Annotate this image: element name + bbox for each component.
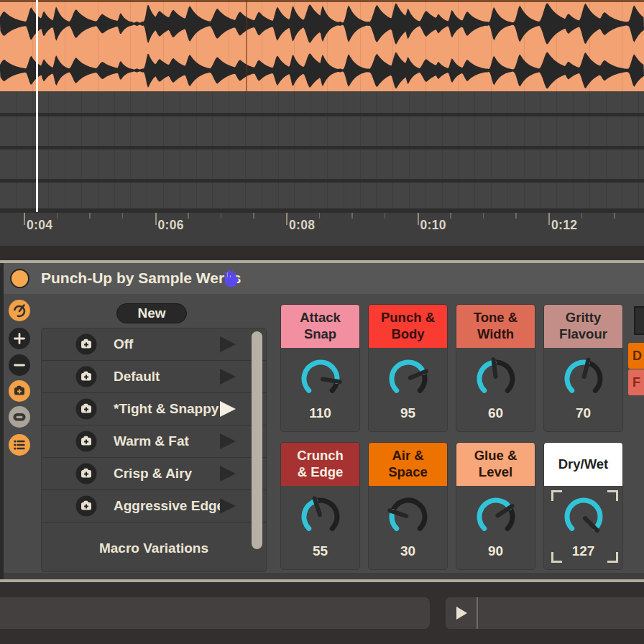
- macro-knob[interactable]: [383, 354, 433, 404]
- ruler-major-tick: [548, 213, 550, 225]
- macro-value[interactable]: 70: [544, 405, 622, 421]
- ruler-minor-tick: [614, 213, 615, 218]
- variation-list-panel: OffDefault*Tight & SnappyWarm & FatCrisp…: [41, 328, 267, 572]
- macro-knob[interactable]: [471, 354, 521, 404]
- ruler-major-tick: [418, 213, 419, 225]
- variation-name: Crisp & Airy: [114, 458, 192, 489]
- macro-cell-air-space: Air &Space30: [368, 442, 448, 570]
- variation-row-default[interactable]: Default: [42, 361, 266, 393]
- snapshot-camera-icon[interactable]: [75, 334, 97, 355]
- macro-knob[interactable]: [471, 492, 521, 542]
- snapshot-camera-icon[interactable]: [75, 431, 97, 452]
- new-variation-button[interactable]: New: [116, 303, 187, 323]
- add-macro-button[interactable]: [9, 328, 30, 349]
- lane-gridlines: [0, 91, 644, 213]
- macro-knob[interactable]: [383, 492, 433, 542]
- macro-knob[interactable]: [558, 354, 609, 404]
- transport-divider: [477, 597, 478, 629]
- macro-value[interactable]: 60: [456, 405, 535, 421]
- macro-knob[interactable]: [295, 492, 346, 542]
- track-lanes[interactable]: [0, 91, 644, 213]
- launch-triangle-button[interactable]: [218, 335, 238, 354]
- minus-icon: [9, 354, 30, 376]
- ruler-lower-strip: [0, 246, 644, 260]
- macro-cell-tone-width: Tone &Width60: [456, 304, 535, 432]
- ruler-minor-tick: [450, 213, 451, 218]
- macro-value[interactable]: 110: [281, 405, 359, 421]
- macro-value[interactable]: 90: [456, 543, 535, 559]
- variation-row--tight-snappy[interactable]: *Tight & Snappy: [42, 393, 266, 426]
- macro-variations-label: Macro Variations: [41, 540, 267, 556]
- macro-name-header[interactable]: Tone &Width: [456, 305, 535, 348]
- ruler-minor-tick: [221, 213, 222, 218]
- launch-triangle-button[interactable]: [218, 464, 238, 483]
- status-display-field[interactable]: [0, 597, 430, 629]
- macro-knob[interactable]: [295, 354, 346, 404]
- variation-row-aggressive-edge[interactable]: Aggressive Edge: [42, 490, 266, 523]
- macro-knob[interactable]: [558, 492, 609, 542]
- ruler-minor-tick: [581, 213, 583, 218]
- selection-bracket: [607, 552, 618, 563]
- macro-name-header[interactable]: GrittyFlavour: [544, 305, 622, 348]
- launch-triangle-button[interactable]: [218, 400, 238, 418]
- snapshot-camera-icon[interactable]: [75, 463, 97, 484]
- macro-value[interactable]: 95: [369, 405, 447, 421]
- remove-macro-button[interactable]: [9, 354, 30, 376]
- play-icon[interactable]: [456, 607, 467, 620]
- launch-triangle-button[interactable]: [218, 432, 238, 451]
- edge-chip-f[interactable]: F: [628, 369, 644, 395]
- variation-name: Aggressive Edge: [114, 490, 224, 522]
- playhead-line[interactable]: [36, 0, 38, 212]
- audio-clip-waveform[interactable]: [0, 0, 644, 91]
- snapshot-camera-icon[interactable]: [75, 398, 97, 420]
- macro-value[interactable]: 55: [281, 543, 359, 559]
- macro-name-header[interactable]: Glue &Level: [456, 443, 535, 486]
- ableton-live-screen: 0:040:060:080:100:12 Punch-Up by Sample …: [0, 0, 644, 644]
- launch-triangle-button[interactable]: [218, 367, 238, 386]
- macro-name-header[interactable]: Punch &Body: [369, 305, 447, 348]
- macro-name-header[interactable]: AttackSnap: [281, 305, 359, 348]
- edge-partial-box[interactable]: [634, 306, 644, 335]
- device-left-border[interactable]: [0, 263, 4, 579]
- snapshot-button[interactable]: [9, 380, 30, 402]
- clip-top-border: [0, 0, 644, 2]
- macro-cell-punch-body: Punch &Body95: [368, 304, 448, 432]
- lane-separator: [0, 179, 644, 183]
- lane-separator: [0, 113, 644, 116]
- macro-value[interactable]: 30: [369, 543, 447, 559]
- snapshot-camera-icon[interactable]: [75, 366, 97, 387]
- variation-row-off[interactable]: Off: [42, 328, 266, 361]
- launch-triangle-button[interactable]: [218, 497, 238, 515]
- ruler-minor-tick: [57, 213, 58, 218]
- variation-row-crisp-airy[interactable]: Crisp & Airy: [42, 458, 266, 490]
- macro-list-button[interactable]: [9, 434, 30, 456]
- clip-boundary-line: [246, 0, 247, 91]
- snapshot-camera-icon[interactable]: [75, 495, 97, 517]
- macro-variations-icon[interactable]: [9, 300, 30, 321]
- variation-name: Warm & Fat: [114, 426, 189, 457]
- stereo-waveform: [0, 0, 644, 91]
- ruler-major-tick: [155, 213, 157, 225]
- edge-chip-d[interactable]: D: [628, 343, 644, 369]
- variation-list-scrollbar[interactable]: [252, 331, 262, 549]
- time-ruler[interactable]: 0:040:060:080:100:12: [0, 213, 644, 246]
- grab-hand-icon: [220, 267, 242, 289]
- ruler-minor-tick: [483, 213, 484, 218]
- camera-icon: [9, 380, 30, 402]
- ruler-time-label: 0:06: [158, 218, 184, 233]
- macro-name-header[interactable]: Air &Space: [369, 443, 447, 486]
- macro-name-header[interactable]: Dry/Wet: [544, 443, 622, 486]
- macro-name-header[interactable]: Crunch& Edge: [281, 443, 359, 486]
- list-icon: [9, 434, 30, 456]
- device-title-bar[interactable]: Punch-Up by Sample Werks Rand M: [0, 263, 644, 294]
- variation-knob-icon: [9, 300, 30, 321]
- status-bar: [0, 582, 644, 644]
- device-title: Punch-Up by Sample Werks: [41, 268, 242, 288]
- collapse-oval-icon: [9, 406, 30, 428]
- device-activator-toggle[interactable]: [10, 269, 29, 288]
- macro-cell-crunch-edge: Crunch& Edge55: [280, 442, 360, 570]
- transport-field[interactable]: [446, 597, 644, 629]
- waveform-path: [0, 3, 644, 45]
- variation-row-warm-fat[interactable]: Warm & Fat: [42, 426, 266, 458]
- hide-macros-button[interactable]: [9, 406, 30, 428]
